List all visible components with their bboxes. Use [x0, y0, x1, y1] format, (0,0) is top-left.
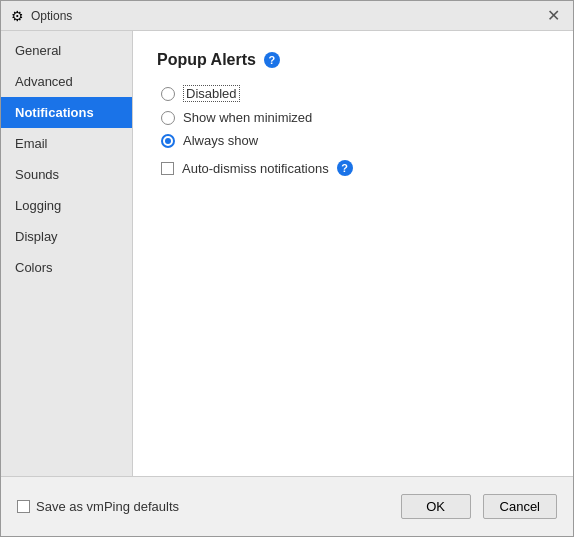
save-defaults-checkbox[interactable]	[17, 500, 30, 513]
popup-alerts-help-icon[interactable]: ?	[264, 52, 280, 68]
cancel-button[interactable]: Cancel	[483, 494, 557, 519]
section-title: Popup Alerts ?	[157, 51, 549, 69]
auto-dismiss-checkbox[interactable]	[161, 162, 174, 175]
sidebar-item-general[interactable]: General	[1, 35, 132, 66]
main-content: GeneralAdvancedNotificationsEmailSoundsL…	[1, 31, 573, 476]
radio-show-minimized-circle	[161, 111, 175, 125]
close-button[interactable]: ✕	[541, 4, 565, 28]
auto-dismiss-label: Auto-dismiss notifications	[182, 161, 329, 176]
auto-dismiss-row: Auto-dismiss notifications ?	[161, 160, 549, 176]
radio-item-show-minimized[interactable]: Show when minimized	[161, 110, 549, 125]
content-area: Popup Alerts ? Disabled Show when minimi…	[133, 31, 573, 476]
auto-dismiss-help-icon[interactable]: ?	[337, 160, 353, 176]
window-title: Options	[31, 9, 541, 23]
popup-alerts-radio-group: Disabled Show when minimized Always show	[161, 85, 549, 148]
sidebar-item-display[interactable]: Display	[1, 221, 132, 252]
ok-button[interactable]: OK	[401, 494, 471, 519]
radio-item-always-show[interactable]: Always show	[161, 133, 549, 148]
options-window: ⚙ Options ✕ GeneralAdvancedNotifications…	[0, 0, 574, 537]
window-icon: ⚙	[9, 8, 25, 24]
sidebar-item-notifications[interactable]: Notifications	[1, 97, 132, 128]
sidebar-item-email[interactable]: Email	[1, 128, 132, 159]
sidebar-item-sounds[interactable]: Sounds	[1, 159, 132, 190]
titlebar: ⚙ Options ✕	[1, 1, 573, 31]
sidebar-item-colors[interactable]: Colors	[1, 252, 132, 283]
radio-always-show-label: Always show	[183, 133, 258, 148]
footer-save-default-area: Save as vmPing defaults	[17, 499, 179, 514]
radio-show-minimized-label: Show when minimized	[183, 110, 312, 125]
sidebar: GeneralAdvancedNotificationsEmailSoundsL…	[1, 31, 133, 476]
radio-always-show-circle	[161, 134, 175, 148]
radio-item-disabled[interactable]: Disabled	[161, 85, 549, 102]
footer: Save as vmPing defaults OK Cancel	[1, 476, 573, 536]
save-defaults-label: Save as vmPing defaults	[36, 499, 179, 514]
section-title-text: Popup Alerts	[157, 51, 256, 69]
sidebar-item-logging[interactable]: Logging	[1, 190, 132, 221]
sidebar-item-advanced[interactable]: Advanced	[1, 66, 132, 97]
radio-disabled-label: Disabled	[183, 85, 240, 102]
radio-disabled-circle	[161, 87, 175, 101]
